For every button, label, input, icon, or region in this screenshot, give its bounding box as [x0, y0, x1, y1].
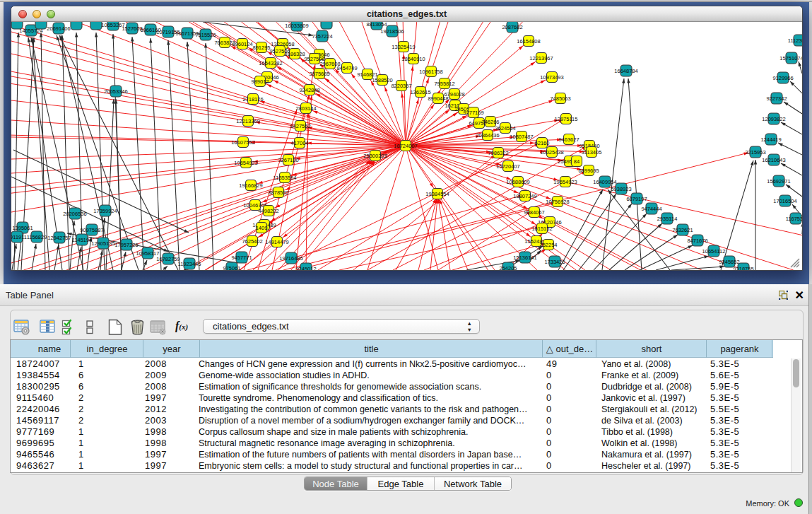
svg-text:12093822: 12093822 — [762, 116, 785, 122]
svg-text:1244419: 1244419 — [760, 136, 781, 143]
svg-text:7955812: 7955812 — [434, 81, 454, 87]
svg-text:10688609: 10688609 — [506, 179, 529, 185]
svg-text:1409: 1409 — [256, 225, 268, 231]
svg-text:3215953: 3215953 — [745, 149, 765, 156]
svg-text:19716485: 19716485 — [279, 255, 302, 262]
svg-text:1588520: 1588520 — [372, 77, 392, 83]
svg-text:1527602: 1527602 — [122, 25, 142, 32]
svg-text:8813054: 8813054 — [366, 22, 387, 28]
svg-text:2087682: 2087682 — [502, 24, 522, 30]
svg-text:254205: 254205 — [499, 265, 517, 270]
svg-text:3624554: 3624554 — [495, 125, 515, 132]
svg-text:9777169: 9777169 — [463, 110, 483, 116]
svg-text:417004: 417004 — [290, 140, 308, 146]
svg-text:16543382: 16543382 — [259, 60, 282, 66]
svg-text:1145194: 1145194 — [72, 237, 93, 243]
svg-text:6794028: 6794028 — [444, 91, 464, 98]
svg-text:12942757: 12942757 — [47, 235, 71, 241]
svg-text:891295: 891295 — [252, 45, 270, 51]
svg-text:8878532: 8878532 — [268, 189, 288, 196]
svg-text:10756928: 10756928 — [546, 199, 569, 205]
svg-text:17016504: 17016504 — [773, 198, 796, 204]
svg-text:7357224: 7357224 — [312, 33, 332, 40]
svg-text:16107552: 16107552 — [231, 139, 254, 146]
svg-text:5938923: 5938923 — [611, 186, 631, 192]
svg-text:8454749: 8454749 — [336, 65, 357, 71]
svg-text:8427552: 8427552 — [290, 123, 310, 129]
svg-text:2803144: 2803144 — [295, 105, 316, 112]
svg-text:16409954: 16409954 — [593, 179, 616, 185]
svg-text:12905135: 12905135 — [91, 240, 114, 247]
svg-text:16782759: 16782759 — [156, 256, 180, 262]
svg-text:3267130: 3267130 — [278, 157, 298, 163]
svg-text:8471676: 8471676 — [687, 238, 707, 244]
svg-text:2718176: 2718176 — [242, 96, 263, 103]
svg-text:9245652: 9245652 — [719, 259, 739, 265]
svg-text:16210643: 16210643 — [762, 157, 785, 163]
svg-text:6879197: 6879197 — [626, 196, 647, 202]
svg-text:975061: 975061 — [223, 265, 240, 270]
svg-text:15720407: 15720407 — [496, 163, 519, 170]
svg-text:13325419: 13325419 — [392, 44, 415, 50]
svg-text:15692971: 15692971 — [767, 178, 790, 185]
svg-text:84: 84 — [574, 158, 579, 165]
svg-text:10654112: 10654112 — [702, 248, 726, 255]
svg-text:19654923: 19654923 — [234, 160, 257, 166]
svg-text:2935114: 2935114 — [657, 216, 678, 222]
svg-text:8186328: 8186328 — [284, 51, 305, 57]
svg-text:16033809: 16033809 — [285, 23, 308, 29]
svg-text:20691406: 20691406 — [47, 25, 70, 32]
svg-text:10973493: 10973493 — [540, 74, 563, 81]
svg-text:9245012: 9245012 — [295, 266, 316, 270]
svg-text:8960124: 8960124 — [232, 41, 252, 47]
svg-text:14914479: 14914479 — [265, 239, 288, 245]
svg-text:10961758: 10961758 — [419, 69, 442, 75]
svg-text:20364436: 20364436 — [476, 132, 499, 139]
svg-text:1156829: 1156829 — [27, 234, 47, 240]
svg-text:9463627: 9463627 — [558, 136, 579, 143]
svg-text:7625402: 7625402 — [242, 238, 262, 245]
svg-text:19218506: 19218506 — [380, 28, 404, 35]
svg-text:16154808: 16154808 — [517, 38, 540, 45]
svg-text:9474444: 9474444 — [641, 206, 661, 212]
svg-text:17359924: 17359924 — [93, 208, 117, 214]
svg-text:11123044: 11123044 — [788, 37, 802, 44]
svg-text:8220357: 8220357 — [391, 83, 411, 89]
svg-text:11923445: 11923445 — [178, 261, 201, 267]
svg-text:1733426: 1733426 — [544, 259, 565, 265]
svg-text:6899695: 6899695 — [578, 168, 599, 174]
svg-text:9242848: 9242848 — [299, 87, 319, 93]
svg-text:10025438: 10025438 — [540, 149, 563, 156]
svg-text:989012: 989012 — [251, 78, 269, 85]
svg-text:4498222: 4498222 — [258, 208, 278, 214]
svg-text:19384554: 19384554 — [425, 191, 449, 197]
svg-text:9457771: 9457771 — [231, 255, 252, 261]
svg-text:15751074: 15751074 — [779, 55, 802, 62]
svg-text:7515526: 7515526 — [195, 32, 216, 38]
svg-text:16648784: 16648784 — [614, 68, 637, 74]
svg-text:20053346: 20053346 — [104, 88, 127, 95]
svg-text:19166829: 19166829 — [239, 182, 262, 189]
svg-text:18640910: 18640910 — [401, 56, 425, 62]
svg-text:7632621: 7632621 — [672, 227, 693, 233]
svg-text:1615152: 1615152 — [531, 226, 552, 232]
svg-text:9084067: 9084067 — [524, 209, 544, 216]
svg-text:10807487: 10807487 — [510, 134, 533, 140]
svg-text:9129966: 9129966 — [772, 75, 793, 81]
svg-text:90975887: 90975887 — [80, 227, 103, 233]
svg-text:3875685: 3875685 — [309, 71, 329, 77]
svg-text:12975115: 12975115 — [555, 116, 578, 122]
svg-text:1395061: 1395061 — [12, 225, 33, 231]
svg-text:746266: 746266 — [481, 119, 499, 125]
svg-text:15136141: 15136141 — [513, 255, 536, 261]
svg-text:1362615: 1362615 — [410, 89, 430, 95]
svg-text:20206536: 20206536 — [63, 211, 86, 217]
svg-text:18807249: 18807249 — [513, 193, 536, 199]
svg-text:11353594: 11353594 — [273, 175, 297, 181]
svg-text:9227342: 9227342 — [766, 95, 787, 102]
svg-text:12213369: 12213369 — [236, 118, 259, 124]
svg-text:9318755: 9318755 — [733, 266, 753, 270]
svg-text:19654923: 19654923 — [553, 179, 577, 185]
svg-text:25300203: 25300203 — [363, 153, 387, 159]
svg-text:3113405: 3113405 — [582, 149, 602, 156]
